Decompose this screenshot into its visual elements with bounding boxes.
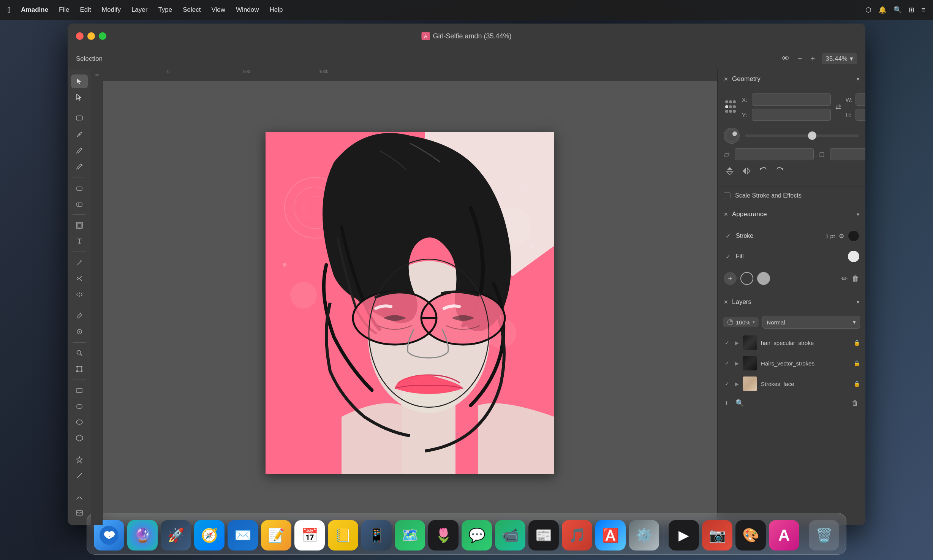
dock-photos[interactable]: 🌷 (428, 520, 459, 551)
knife-tool[interactable] (71, 256, 88, 269)
maximize-button[interactable] (99, 32, 106, 40)
selection-tool[interactable] (71, 74, 88, 88)
dock-mail[interactable]: ✉️ (228, 520, 258, 551)
menu-window[interactable]: Window (236, 6, 259, 14)
dock-music[interactable]: 🎵 (562, 520, 592, 551)
stroke-check[interactable]: ✓ (724, 232, 732, 240)
text-tool[interactable] (71, 234, 88, 248)
fill-color-swatch[interactable] (848, 251, 859, 262)
layer-lock-2[interactable]: 🔒 (854, 360, 860, 366)
notification-icon[interactable]: 🔔 (878, 6, 887, 14)
rotation-knob[interactable] (724, 128, 740, 144)
magnifier-tool[interactable] (71, 346, 88, 360)
zoom-in-button[interactable]: + (809, 53, 817, 65)
layers-header[interactable]: ✕ Layers ▾ (718, 292, 865, 312)
blend-mode-select[interactable]: Normal ▾ (762, 316, 860, 329)
geometry-header[interactable]: ✕ Geometry ▾ (718, 69, 865, 89)
layer-lock-3[interactable]: 🔒 (854, 381, 860, 387)
layer-visibility-1[interactable]: ✓ (723, 339, 731, 347)
layer-visibility-2[interactable]: ✓ (723, 359, 731, 367)
flip-vertical-button[interactable] (724, 165, 736, 179)
smooth-tool[interactable] (71, 160, 88, 173)
dock-appstore[interactable]: 🅰️ (595, 520, 626, 551)
appearance-fill-style-button[interactable] (757, 272, 770, 285)
frame-tool[interactable] (71, 218, 88, 232)
dock-ios-apps[interactable]: 📱 (361, 520, 392, 551)
y-input[interactable] (752, 109, 831, 121)
star-tool[interactable] (71, 453, 88, 467)
menu-select[interactable]: Select (183, 6, 201, 14)
link-width-button[interactable]: ⇄ (835, 103, 841, 111)
arc-tool[interactable] (71, 490, 88, 504)
mirror-tool[interactable] (71, 288, 88, 301)
apple-menu[interactable]:  (8, 6, 10, 14)
rectangle-tool[interactable] (71, 384, 88, 397)
comment-tool[interactable] (71, 112, 88, 125)
dock-amadine[interactable]: A (769, 520, 799, 551)
menu-modify[interactable]: Modify (102, 6, 121, 14)
dock-notes[interactable]: 📝 (261, 520, 291, 551)
dock-calendar[interactable]: 📅 (294, 520, 325, 551)
stroke-gear-icon[interactable]: ⚙ (839, 233, 844, 240)
layer-item-hairs-vector[interactable]: ✓ ▶ Hairs_vector_strokes 🔒 (718, 353, 865, 373)
dock-safari[interactable]: 🧭 (194, 520, 225, 551)
layers-close-icon[interactable]: ✕ (724, 299, 728, 305)
canvas-viewport[interactable]: + + + + + (103, 81, 717, 525)
dock-trash[interactable]: 🗑️ (809, 520, 839, 551)
corner-icon[interactable]: ◻ (819, 150, 825, 158)
menu-type[interactable]: Type (158, 6, 172, 14)
scale-stroke-checkbox[interactable] (724, 192, 731, 199)
layer-expand-3[interactable]: ▶ (735, 381, 739, 387)
layers-add-button[interactable]: + (723, 398, 730, 409)
line-tool[interactable] (71, 469, 88, 482)
envelope-tool[interactable] (71, 506, 88, 520)
layer-lock-1[interactable]: 🔒 (854, 340, 860, 346)
pencil-tool[interactable] (71, 144, 88, 157)
search-icon[interactable]: 🔍 (893, 6, 902, 14)
layer-expand-2[interactable]: ▶ (735, 361, 739, 366)
minimize-button[interactable] (87, 32, 95, 40)
dock-stickies[interactable]: 📒 (328, 520, 358, 551)
flip-horizontal-button[interactable] (740, 165, 753, 179)
appearance-add-button[interactable]: + (724, 272, 737, 285)
menu-layer[interactable]: Layer (131, 6, 148, 14)
menu-file[interactable]: File (59, 6, 69, 14)
layer-item-strokes-face[interactable]: ✓ ▶ Strokes_face 🔒 (718, 373, 865, 394)
rotate-ccw-button[interactable] (757, 165, 769, 179)
rounded-rect-tool[interactable] (71, 400, 88, 413)
rotation-slider[interactable] (745, 134, 859, 137)
stroke-color-swatch[interactable] (848, 230, 859, 242)
point-grid[interactable] (724, 99, 737, 115)
airplay-icon[interactable]: ⬡ (865, 6, 871, 14)
dock-facetime[interactable]: 📹 (495, 520, 525, 551)
pen-tool[interactable] (71, 128, 88, 141)
opacity-control[interactable]: 100% ▾ (723, 317, 759, 327)
dock-terminal[interactable]: ▶ (669, 520, 699, 551)
h-input[interactable] (856, 109, 865, 121)
menu-view[interactable]: View (212, 6, 226, 14)
appearance-close-icon[interactable]: ✕ (724, 211, 728, 217)
rotation-slider-thumb[interactable] (808, 131, 816, 140)
layers-delete-button[interactable]: 🗑 (850, 398, 860, 409)
control-center-icon[interactable]: ≡ (921, 6, 925, 14)
eraser3-tool[interactable] (71, 325, 88, 339)
appearance-stroke-style-button[interactable] (740, 272, 753, 285)
preview-toggle-button[interactable]: 👁 (780, 53, 791, 65)
app-name[interactable]: Amadine (21, 6, 48, 14)
layer-visibility-3[interactable]: ✓ (723, 380, 731, 388)
transform-tool[interactable] (71, 362, 88, 376)
menu-help[interactable]: Help (270, 6, 283, 14)
geometry-close-icon[interactable]: ✕ (724, 76, 728, 82)
dock-news[interactable]: 📰 (528, 520, 559, 551)
fill-check[interactable]: ✓ (724, 252, 732, 261)
stroke-value[interactable]: 1 pt (825, 233, 835, 239)
geometry-collapse-icon[interactable]: ▾ (857, 76, 859, 82)
shear-icon[interactable]: ▱ (724, 150, 729, 159)
ellipse-tool[interactable] (71, 416, 88, 429)
direct-selection-tool[interactable] (71, 90, 88, 104)
hexagon-tool[interactable] (71, 431, 88, 445)
x-input[interactable] (752, 93, 831, 106)
dock-maps[interactable]: 🗺️ (395, 520, 425, 551)
eraser2-tool[interactable] (71, 197, 88, 210)
layers-search-button[interactable]: 🔍 (734, 397, 745, 409)
